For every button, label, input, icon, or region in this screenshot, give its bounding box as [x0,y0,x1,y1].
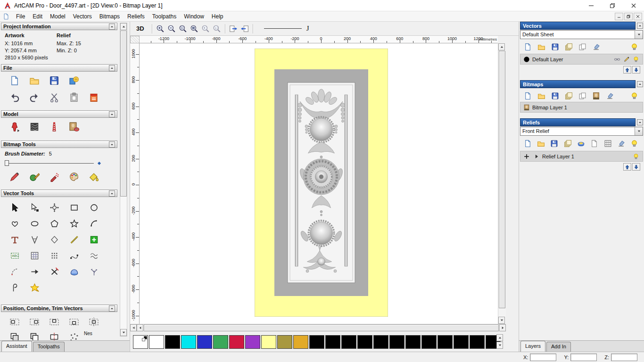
collapse-icon[interactable] [637,81,643,87]
menubar-item-edit[interactable]: Edit [29,11,46,22]
paint-selective-icon[interactable] [25,170,44,184]
measure-icon[interactable] [25,232,44,247]
mdi-restore-button[interactable] [624,13,633,20]
slider-thumb[interactable] [5,160,9,166]
collapse-icon[interactable] [109,190,115,197]
visibility-icon[interactable] [631,55,641,64]
zoom-last-icon[interactable] [200,23,211,34]
close-button[interactable] [623,0,644,11]
chevron-down-icon[interactable] [635,31,643,39]
relief-selector[interactable]: Front Relief [520,127,643,136]
open-layer-icon[interactable] [535,41,548,52]
palette-swatch[interactable] [357,335,372,349]
align-left-icon[interactable] [5,315,25,329]
palette-swatch[interactable] [325,335,340,349]
palette-swatch[interactable] [373,335,388,349]
all-visibility-icon[interactable] [627,41,641,52]
fit-arcs-icon[interactable] [5,264,25,279]
tab-toolpaths[interactable]: Toolpaths [33,342,65,352]
bitmaps-header[interactable]: Bitmaps [520,80,636,88]
combine-subtract-icon[interactable] [25,330,44,340]
grid-preview-icon[interactable] [601,138,614,149]
palette-swatch[interactable] [454,335,469,349]
brush-diameter-slider[interactable] [1,159,118,167]
palette-swatch[interactable] [197,335,212,349]
scrollbar-thumb[interactable] [144,324,499,331]
palette-swatch[interactable] [229,335,244,349]
align-bottom-icon[interactable] [64,315,84,329]
undo-icon[interactable] [5,90,25,105]
canvas-horizontal-scrollbar[interactable] [130,324,506,332]
scroll-down-button[interactable] [498,317,505,324]
new-layer-icon[interactable] [521,138,534,149]
menubar-item-bitmaps[interactable]: Bitmaps [96,11,124,22]
link-icon[interactable] [612,55,622,64]
profile-icon[interactable] [5,280,25,295]
model-header[interactable]: Model [1,110,117,118]
create-ellipse-icon[interactable] [25,216,44,231]
file-header[interactable]: File [1,64,117,72]
drawing-canvas[interactable] [140,43,498,324]
palette-swatch[interactable] [165,335,180,349]
align-top-icon[interactable] [44,315,64,329]
relief-layer-row[interactable]: Relief Layer 1 [520,151,643,162]
menubar-item-reliefs[interactable]: Reliefs [124,11,149,22]
palette-swatch[interactable] [389,335,405,349]
restore-button[interactable] [602,0,623,11]
pan-left-icon[interactable] [239,23,250,34]
layer-color-swatch[interactable] [522,55,531,64]
save-layer-icon[interactable] [548,41,562,52]
open-layer-icon[interactable] [534,138,547,149]
palette-swatch[interactable] [293,335,308,349]
create-circle-icon[interactable] [84,200,104,215]
palette-swatch[interactable] [341,335,356,349]
document-system-icon[interactable] [3,13,9,20]
reliefs-header[interactable]: Reliefs [520,118,636,126]
scroll-down-button[interactable] [120,329,127,336]
collapse-icon[interactable] [109,305,115,312]
palette-swatch[interactable] [213,335,228,349]
all-visibility-icon[interactable] [628,138,641,149]
color-palette-icon[interactable] [64,170,84,184]
menubar-item-vectors[interactable]: Vectors [69,11,96,22]
sheet-icon[interactable] [588,138,601,149]
canvas-vertical-scrollbar[interactable] [498,43,506,324]
load-image-icon[interactable] [64,120,84,134]
slice-icon[interactable] [44,330,64,340]
open-file-icon[interactable] [25,74,44,88]
create-text-icon[interactable] [5,232,25,247]
make-grid-icon[interactable] [25,248,44,263]
bitmap-tools-header[interactable]: Bitmap Tools [1,140,117,148]
text-block-icon[interactable]: ABC [5,248,25,263]
mdi-close-button[interactable] [634,13,642,20]
palette-swatch[interactable] [470,335,485,349]
export-model-icon[interactable] [64,74,84,88]
palette-swatch[interactable] [245,335,260,349]
all-visibility-icon[interactable] [627,90,641,101]
scroll-right-button[interactable] [499,324,506,331]
delete-layer-icon[interactable] [614,138,627,149]
redo-icon[interactable] [25,90,44,105]
slider-track[interactable] [5,163,94,164]
toggle-3d-view-button[interactable]: 3D [134,25,147,33]
create-polygon-icon[interactable] [44,216,64,231]
collapse-icon[interactable] [109,24,115,30]
save-layer-icon[interactable] [548,138,561,149]
extrude-icon[interactable] [64,264,84,279]
line-width-sample[interactable] [264,28,302,29]
palette-swatch[interactable] [181,335,196,349]
new-layer-icon[interactable] [521,90,535,101]
create-star-icon[interactable] [64,216,84,231]
align-right-icon[interactable] [25,315,44,329]
lighthouse-icon[interactable] [44,120,64,134]
assistant-scrollbar[interactable] [120,23,127,337]
bitmap-layer-row[interactable]: Bitmap Layer 1 [520,102,643,113]
palette-swatch[interactable] [438,335,453,349]
image-layer-icon[interactable] [589,90,603,101]
move-layer-down-button[interactable] [632,163,640,171]
spray-icon[interactable] [44,170,64,184]
merge-layers-icon[interactable] [562,41,576,52]
model-size-icon[interactable] [5,120,25,134]
draw-pencil-icon[interactable] [5,170,25,184]
copy-layer-icon[interactable] [576,90,589,101]
